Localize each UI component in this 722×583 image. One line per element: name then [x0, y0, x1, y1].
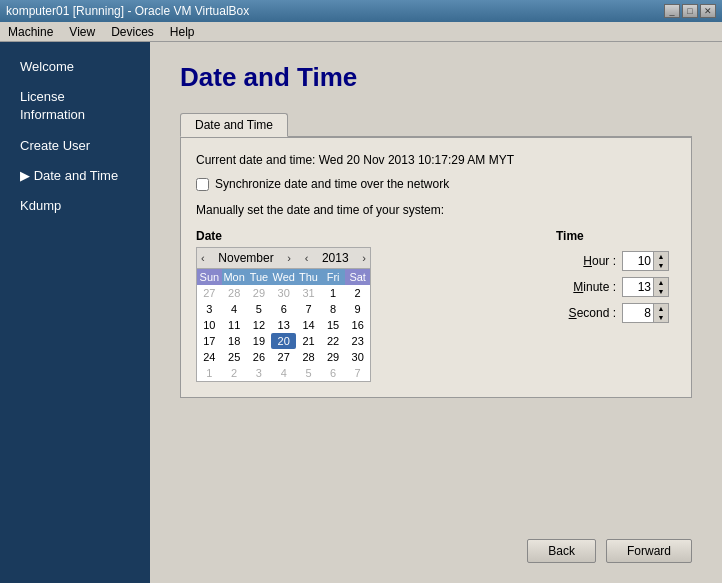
minute-row: Minute : ▲ ▼: [556, 277, 676, 297]
day-header-wed: Wed: [271, 269, 296, 285]
menu-machine[interactable]: Machine: [4, 25, 57, 39]
calendar-day[interactable]: 3: [197, 301, 222, 317]
calendar-day[interactable]: 21: [296, 333, 321, 349]
maximize-button[interactable]: □: [682, 4, 698, 18]
month-year-display: November: [218, 251, 273, 265]
hour-input-wrap: ▲ ▼: [622, 251, 669, 271]
close-button[interactable]: ✕: [700, 4, 716, 18]
calendar-day[interactable]: 27: [271, 349, 296, 365]
hour-down-button[interactable]: ▼: [654, 261, 668, 270]
second-up-button[interactable]: ▲: [654, 304, 668, 313]
calendar-day[interactable]: 11: [222, 317, 247, 333]
time-label: Time: [556, 229, 676, 243]
window-title: komputer01 [Running] - Oracle VM Virtual…: [6, 4, 249, 18]
window-controls[interactable]: _ □ ✕: [664, 4, 716, 18]
calendar-day[interactable]: 8: [321, 301, 345, 317]
calendar-day[interactable]: 30: [345, 349, 370, 365]
calendar-day[interactable]: 1: [321, 285, 345, 301]
sidebar-license-label: LicenseInformation: [20, 89, 85, 122]
calendar-day[interactable]: 15: [321, 317, 345, 333]
hour-label: Hour :: [556, 254, 616, 268]
sidebar-datetime-label: Date and Time: [34, 168, 119, 183]
calendar-day[interactable]: 10: [197, 317, 222, 333]
second-spin: ▲ ▼: [653, 304, 668, 322]
calendar-day[interactable]: 3: [247, 365, 272, 381]
sidebar-item-datetime[interactable]: ▶ Date and Time: [0, 161, 150, 191]
prev-year-button[interactable]: ‹: [305, 252, 309, 264]
calendar-grid: Sun Mon Tue Wed Thu Fri Sat: [197, 269, 370, 381]
sync-checkbox[interactable]: [196, 178, 209, 191]
second-input[interactable]: [623, 305, 653, 321]
minute-up-button[interactable]: ▲: [654, 278, 668, 287]
calendar-day[interactable]: 2: [345, 285, 370, 301]
sidebar-item-license[interactable]: LicenseInformation: [0, 82, 150, 130]
calendar-day[interactable]: 26: [247, 349, 272, 365]
calendar-day[interactable]: 5: [296, 365, 321, 381]
year-display: 2013: [322, 251, 349, 265]
calendar-day[interactable]: 2: [222, 365, 247, 381]
calendar-day[interactable]: 6: [271, 301, 296, 317]
calendar-day[interactable]: 31: [296, 285, 321, 301]
calendar-day[interactable]: 25: [222, 349, 247, 365]
hour-up-button[interactable]: ▲: [654, 252, 668, 261]
calendar-day[interactable]: 23: [345, 333, 370, 349]
calendar-day[interactable]: 1: [197, 365, 222, 381]
calendar-day[interactable]: 24: [197, 349, 222, 365]
calendar-day[interactable]: 16: [345, 317, 370, 333]
calendar-day[interactable]: 27: [197, 285, 222, 301]
minute-input[interactable]: [623, 279, 653, 295]
second-row: Second : ▲ ▼: [556, 303, 676, 323]
minimize-button[interactable]: _: [664, 4, 680, 18]
calendar-day[interactable]: 7: [345, 365, 370, 381]
month-display: November: [218, 251, 273, 265]
calendar-day[interactable]: 6: [321, 365, 345, 381]
second-down-button[interactable]: ▼: [654, 313, 668, 322]
calendar-day[interactable]: 19: [247, 333, 272, 349]
menu-help[interactable]: Help: [166, 25, 199, 39]
hour-spin: ▲ ▼: [653, 252, 668, 270]
calendar-day[interactable]: 30: [271, 285, 296, 301]
calendar-day[interactable]: 9: [345, 301, 370, 317]
sidebar-welcome-label: Welcome: [20, 59, 74, 74]
prev-month-button[interactable]: ‹: [201, 252, 205, 264]
calendar-day[interactable]: 20: [271, 333, 296, 349]
sidebar-item-createuser[interactable]: Create User: [0, 131, 150, 161]
calendar-day[interactable]: 4: [271, 365, 296, 381]
day-header-mon: Mon: [222, 269, 247, 285]
content-area: Date and Time Date and Time Current date…: [150, 42, 722, 583]
tab-container: Date and Time Current date and time: Wed…: [180, 113, 692, 398]
day-header-fri: Fri: [321, 269, 345, 285]
sidebar-item-kdump[interactable]: Kdump: [0, 191, 150, 221]
calendar-day[interactable]: 22: [321, 333, 345, 349]
sidebar-item-welcome[interactable]: Welcome: [0, 52, 150, 82]
minute-spin: ▲ ▼: [653, 278, 668, 296]
calendar-day[interactable]: 7: [296, 301, 321, 317]
calendar-day[interactable]: 28: [222, 285, 247, 301]
tab-bar: Date and Time: [180, 113, 692, 137]
tab-datetime[interactable]: Date and Time: [180, 113, 288, 137]
calendar-day[interactable]: 17: [197, 333, 222, 349]
calendar-day[interactable]: 18: [222, 333, 247, 349]
calendar-day[interactable]: 5: [247, 301, 272, 317]
calendar-day[interactable]: 12: [247, 317, 272, 333]
calendar-day[interactable]: 13: [271, 317, 296, 333]
day-header-tue: Tue: [247, 269, 272, 285]
calendar-day[interactable]: 29: [321, 349, 345, 365]
sidebar-createuser-label: Create User: [20, 138, 90, 153]
next-year-button[interactable]: ›: [362, 252, 366, 264]
calendar-day[interactable]: 28: [296, 349, 321, 365]
calendar-day[interactable]: 4: [222, 301, 247, 317]
calendar-section: Date ‹ November › ‹ 2013: [196, 229, 526, 382]
second-label: Second :: [556, 306, 616, 320]
next-month-button[interactable]: ›: [287, 252, 291, 264]
calendar-day[interactable]: 14: [296, 317, 321, 333]
sync-row: Synchronize date and time over the netwo…: [196, 177, 676, 191]
minute-down-button[interactable]: ▼: [654, 287, 668, 296]
calendar-day[interactable]: 29: [247, 285, 272, 301]
back-button[interactable]: Back: [527, 539, 596, 563]
forward-button[interactable]: Forward: [606, 539, 692, 563]
menu-devices[interactable]: Devices: [107, 25, 158, 39]
menu-view[interactable]: View: [65, 25, 99, 39]
hour-input[interactable]: [623, 253, 653, 269]
calendar-nav: ‹ November › ‹ 2013 ›: [197, 248, 370, 269]
